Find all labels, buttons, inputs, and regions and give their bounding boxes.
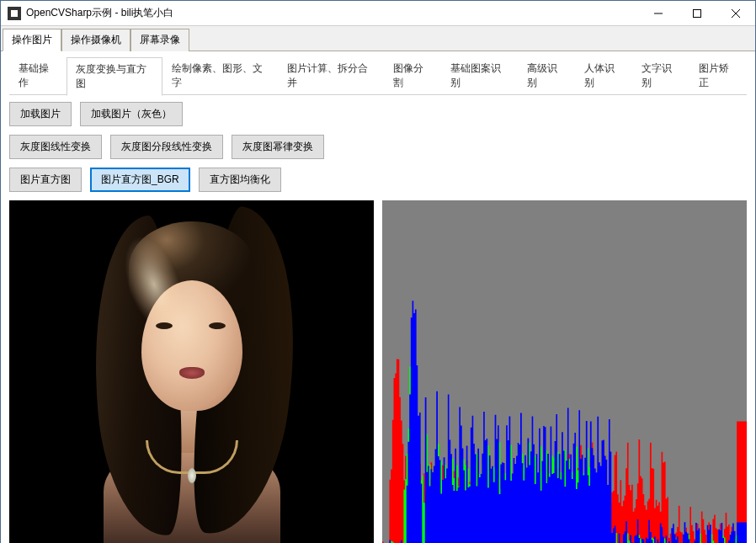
- sub-tab-6[interactable]: 高级识别: [518, 56, 575, 94]
- svg-rect-1: [694, 9, 701, 17]
- minimize-button[interactable]: [639, 1, 678, 26]
- row1-btn-1[interactable]: 加载图片（灰色）: [80, 102, 183, 126]
- row3-btn-2[interactable]: 直方图均衡化: [199, 168, 281, 192]
- histogram-bars: [382, 301, 747, 543]
- sub-tab-2[interactable]: 绘制像素、图形、文字: [162, 56, 278, 94]
- histogram-chart: [382, 200, 747, 543]
- row1-btn-0[interactable]: 加载图片: [9, 102, 72, 126]
- window-title: OpenCVSharp示例 - bili执笔小白: [26, 6, 639, 20]
- sub-tab-5[interactable]: 基础图案识别: [441, 56, 518, 94]
- button-row-1: 加载图片加载图片（灰色）: [9, 102, 747, 126]
- main-tab-bar: 操作图片操作摄像机屏幕录像: [1, 26, 755, 51]
- button-row-2: 灰度图线性变换灰度图分段线性变换灰度图幂律变换: [9, 135, 747, 159]
- sub-tab-0[interactable]: 基础操作: [9, 56, 67, 94]
- sub-tab-9[interactable]: 图片矫正: [689, 56, 747, 94]
- titlebar: OpenCVSharp示例 - bili执笔小白: [1, 1, 755, 26]
- app-icon: [8, 7, 21, 20]
- image-display-area: [9, 200, 747, 543]
- sub-tab-bar: 基础操作灰度变换与直方图绘制像素、图形、文字图片计算、拆分合并图像分割基础图案识…: [9, 56, 747, 95]
- close-button[interactable]: [716, 1, 755, 26]
- main-tab-1[interactable]: 操作摄像机: [61, 29, 130, 51]
- row3-btn-1[interactable]: 图片直方图_BGR: [90, 168, 190, 192]
- source-image-panel: [9, 200, 374, 543]
- portrait-image: [70, 200, 314, 543]
- row2-btn-2[interactable]: 灰度图幂律变换: [232, 135, 324, 159]
- app-window: OpenCVSharp示例 - bili执笔小白 操作图片操作摄像机屏幕录像 基…: [0, 0, 756, 543]
- row2-btn-0[interactable]: 灰度图线性变换: [9, 135, 102, 159]
- content-area: 基础操作灰度变换与直方图绘制像素、图形、文字图片计算、拆分合并图像分割基础图案识…: [1, 51, 755, 543]
- main-tab-0[interactable]: 操作图片: [3, 29, 61, 51]
- sub-tab-8[interactable]: 文字识别: [632, 56, 689, 94]
- histogram-panel: [382, 200, 747, 543]
- main-tab-2[interactable]: 屏幕录像: [130, 29, 189, 51]
- sub-tab-7[interactable]: 人体识别: [575, 56, 632, 94]
- sub-tab-3[interactable]: 图片计算、拆分合并: [278, 56, 384, 94]
- row3-btn-0[interactable]: 图片直方图: [9, 168, 82, 192]
- sub-tab-4[interactable]: 图像分割: [384, 56, 441, 94]
- row2-btn-1[interactable]: 灰度图分段线性变换: [110, 135, 223, 159]
- window-controls: [639, 1, 755, 26]
- maximize-button[interactable]: [678, 1, 716, 26]
- button-row-3: 图片直方图图片直方图_BGR直方图均衡化: [9, 168, 747, 192]
- sub-tab-1[interactable]: 灰度变换与直方图: [67, 57, 162, 96]
